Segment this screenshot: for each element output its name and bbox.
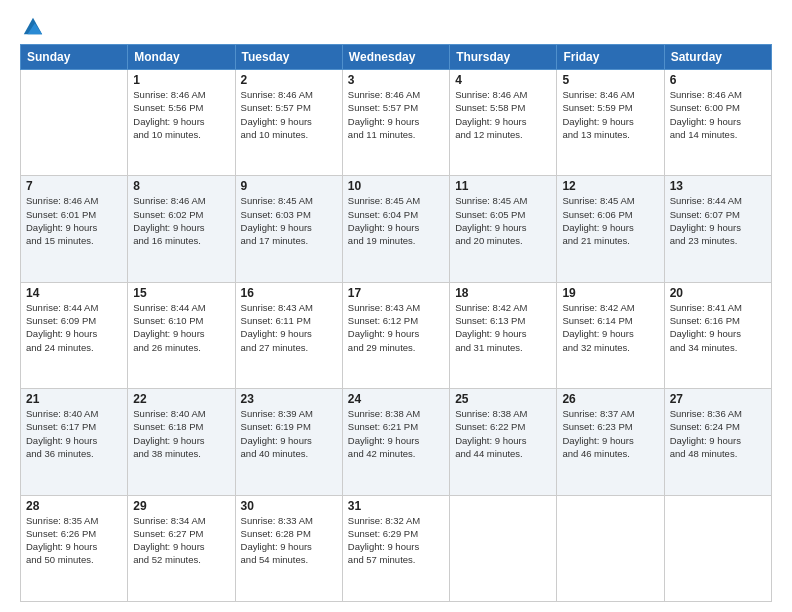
day-number: 21 [26,392,122,406]
day-cell: 4Sunrise: 8:46 AM Sunset: 5:58 PM Daylig… [450,70,557,176]
day-number: 18 [455,286,551,300]
day-cell: 25Sunrise: 8:38 AM Sunset: 6:22 PM Dayli… [450,389,557,495]
day-number: 24 [348,392,444,406]
day-cell [664,495,771,601]
day-number: 19 [562,286,658,300]
week-row-4: 21Sunrise: 8:40 AM Sunset: 6:17 PM Dayli… [21,389,772,495]
day-cell: 16Sunrise: 8:43 AM Sunset: 6:11 PM Dayli… [235,282,342,388]
day-info: Sunrise: 8:40 AM Sunset: 6:18 PM Dayligh… [133,407,229,460]
day-number: 1 [133,73,229,87]
day-info: Sunrise: 8:35 AM Sunset: 6:26 PM Dayligh… [26,514,122,567]
day-cell: 11Sunrise: 8:45 AM Sunset: 6:05 PM Dayli… [450,176,557,282]
day-cell: 5Sunrise: 8:46 AM Sunset: 5:59 PM Daylig… [557,70,664,176]
day-cell: 20Sunrise: 8:41 AM Sunset: 6:16 PM Dayli… [664,282,771,388]
week-row-3: 14Sunrise: 8:44 AM Sunset: 6:09 PM Dayli… [21,282,772,388]
day-cell [450,495,557,601]
weekday-header-thursday: Thursday [450,45,557,70]
logo-icon [22,16,44,38]
week-row-5: 28Sunrise: 8:35 AM Sunset: 6:26 PM Dayli… [21,495,772,601]
day-info: Sunrise: 8:33 AM Sunset: 6:28 PM Dayligh… [241,514,337,567]
day-cell: 23Sunrise: 8:39 AM Sunset: 6:19 PM Dayli… [235,389,342,495]
day-info: Sunrise: 8:45 AM Sunset: 6:05 PM Dayligh… [455,194,551,247]
day-number: 20 [670,286,766,300]
weekday-header-saturday: Saturday [664,45,771,70]
weekday-header-monday: Monday [128,45,235,70]
day-info: Sunrise: 8:42 AM Sunset: 6:14 PM Dayligh… [562,301,658,354]
week-row-2: 7Sunrise: 8:46 AM Sunset: 6:01 PM Daylig… [21,176,772,282]
day-cell: 29Sunrise: 8:34 AM Sunset: 6:27 PM Dayli… [128,495,235,601]
day-info: Sunrise: 8:45 AM Sunset: 6:04 PM Dayligh… [348,194,444,247]
day-info: Sunrise: 8:32 AM Sunset: 6:29 PM Dayligh… [348,514,444,567]
day-info: Sunrise: 8:46 AM Sunset: 6:00 PM Dayligh… [670,88,766,141]
day-cell: 17Sunrise: 8:43 AM Sunset: 6:12 PM Dayli… [342,282,449,388]
day-number: 15 [133,286,229,300]
weekday-header-sunday: Sunday [21,45,128,70]
day-number: 11 [455,179,551,193]
day-info: Sunrise: 8:46 AM Sunset: 5:57 PM Dayligh… [241,88,337,141]
day-cell: 19Sunrise: 8:42 AM Sunset: 6:14 PM Dayli… [557,282,664,388]
day-cell: 31Sunrise: 8:32 AM Sunset: 6:29 PM Dayli… [342,495,449,601]
day-info: Sunrise: 8:46 AM Sunset: 6:02 PM Dayligh… [133,194,229,247]
day-number: 8 [133,179,229,193]
day-info: Sunrise: 8:46 AM Sunset: 5:58 PM Dayligh… [455,88,551,141]
day-info: Sunrise: 8:38 AM Sunset: 6:21 PM Dayligh… [348,407,444,460]
day-number: 13 [670,179,766,193]
day-cell: 7Sunrise: 8:46 AM Sunset: 6:01 PM Daylig… [21,176,128,282]
day-number: 12 [562,179,658,193]
weekday-header-row: SundayMondayTuesdayWednesdayThursdayFrid… [21,45,772,70]
day-number: 6 [670,73,766,87]
day-number: 30 [241,499,337,513]
day-info: Sunrise: 8:45 AM Sunset: 6:03 PM Dayligh… [241,194,337,247]
day-number: 23 [241,392,337,406]
day-number: 5 [562,73,658,87]
day-info: Sunrise: 8:46 AM Sunset: 6:01 PM Dayligh… [26,194,122,247]
day-cell: 28Sunrise: 8:35 AM Sunset: 6:26 PM Dayli… [21,495,128,601]
day-info: Sunrise: 8:43 AM Sunset: 6:12 PM Dayligh… [348,301,444,354]
day-cell: 10Sunrise: 8:45 AM Sunset: 6:04 PM Dayli… [342,176,449,282]
day-cell: 9Sunrise: 8:45 AM Sunset: 6:03 PM Daylig… [235,176,342,282]
day-number: 2 [241,73,337,87]
day-info: Sunrise: 8:38 AM Sunset: 6:22 PM Dayligh… [455,407,551,460]
day-number: 7 [26,179,122,193]
day-info: Sunrise: 8:37 AM Sunset: 6:23 PM Dayligh… [562,407,658,460]
day-info: Sunrise: 8:46 AM Sunset: 5:56 PM Dayligh… [133,88,229,141]
day-info: Sunrise: 8:34 AM Sunset: 6:27 PM Dayligh… [133,514,229,567]
day-number: 14 [26,286,122,300]
day-number: 25 [455,392,551,406]
day-number: 10 [348,179,444,193]
day-number: 3 [348,73,444,87]
day-number: 29 [133,499,229,513]
day-number: 31 [348,499,444,513]
day-cell: 8Sunrise: 8:46 AM Sunset: 6:02 PM Daylig… [128,176,235,282]
day-number: 16 [241,286,337,300]
day-info: Sunrise: 8:41 AM Sunset: 6:16 PM Dayligh… [670,301,766,354]
day-number: 26 [562,392,658,406]
day-info: Sunrise: 8:43 AM Sunset: 6:11 PM Dayligh… [241,301,337,354]
day-info: Sunrise: 8:42 AM Sunset: 6:13 PM Dayligh… [455,301,551,354]
day-cell [21,70,128,176]
day-info: Sunrise: 8:36 AM Sunset: 6:24 PM Dayligh… [670,407,766,460]
day-number: 9 [241,179,337,193]
day-cell: 22Sunrise: 8:40 AM Sunset: 6:18 PM Dayli… [128,389,235,495]
day-cell: 12Sunrise: 8:45 AM Sunset: 6:06 PM Dayli… [557,176,664,282]
day-cell: 18Sunrise: 8:42 AM Sunset: 6:13 PM Dayli… [450,282,557,388]
weekday-header-tuesday: Tuesday [235,45,342,70]
day-number: 27 [670,392,766,406]
day-number: 28 [26,499,122,513]
day-cell: 1Sunrise: 8:46 AM Sunset: 5:56 PM Daylig… [128,70,235,176]
header [20,16,772,34]
week-row-1: 1Sunrise: 8:46 AM Sunset: 5:56 PM Daylig… [21,70,772,176]
day-info: Sunrise: 8:46 AM Sunset: 5:57 PM Dayligh… [348,88,444,141]
day-number: 17 [348,286,444,300]
day-info: Sunrise: 8:39 AM Sunset: 6:19 PM Dayligh… [241,407,337,460]
day-cell: 13Sunrise: 8:44 AM Sunset: 6:07 PM Dayli… [664,176,771,282]
day-cell: 3Sunrise: 8:46 AM Sunset: 5:57 PM Daylig… [342,70,449,176]
day-cell: 24Sunrise: 8:38 AM Sunset: 6:21 PM Dayli… [342,389,449,495]
day-cell: 21Sunrise: 8:40 AM Sunset: 6:17 PM Dayli… [21,389,128,495]
day-cell: 26Sunrise: 8:37 AM Sunset: 6:23 PM Dayli… [557,389,664,495]
day-cell: 15Sunrise: 8:44 AM Sunset: 6:10 PM Dayli… [128,282,235,388]
day-cell: 6Sunrise: 8:46 AM Sunset: 6:00 PM Daylig… [664,70,771,176]
calendar-table: SundayMondayTuesdayWednesdayThursdayFrid… [20,44,772,602]
weekday-header-wednesday: Wednesday [342,45,449,70]
weekday-header-friday: Friday [557,45,664,70]
